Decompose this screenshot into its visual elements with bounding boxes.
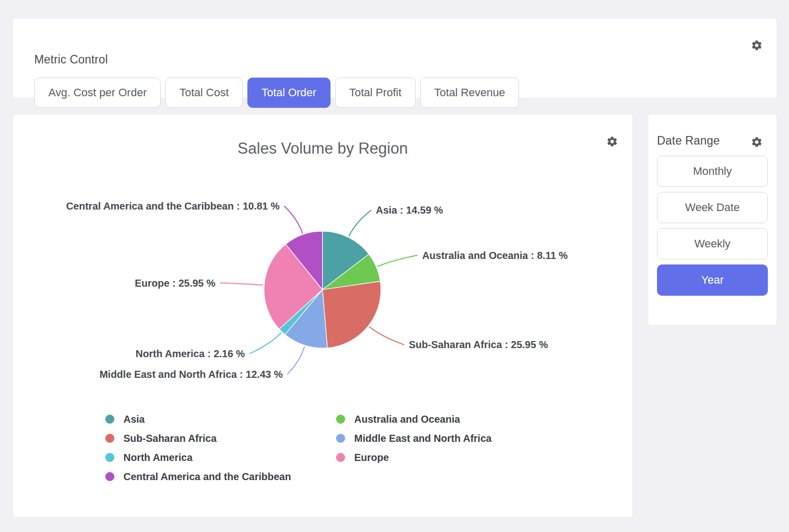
chart-legend: AsiaAustralia and OceaniaSub-Saharan Afr…: [105, 410, 492, 486]
legend-dot-icon: [105, 415, 114, 424]
metric-control-title: Metric Control: [34, 53, 108, 66]
metric-button-total-revenue[interactable]: Total Revenue: [420, 78, 519, 108]
metric-button-avg-cost-per-order[interactable]: Avg. Cost per Order: [34, 78, 161, 108]
metric-button-total-cost[interactable]: Total Cost: [165, 78, 243, 108]
pie-label-europe: Europe : 25.95 %: [135, 278, 215, 289]
pie-leader-line: [377, 255, 418, 267]
metric-control-settings-button[interactable]: [751, 39, 763, 51]
metric-button-total-profit[interactable]: Total Profit: [335, 78, 416, 108]
pie-label-middle-east-and-north-africa: Middle East and North Africa : 12.43 %: [99, 369, 283, 380]
date-range-button-week-date[interactable]: Week Date: [657, 192, 768, 223]
legend-item-north-america[interactable]: North America: [105, 448, 336, 467]
gear-icon: [751, 39, 763, 51]
legend-dot-icon: [336, 453, 345, 462]
legend-label: Asia: [123, 414, 145, 425]
legend-label: North America: [123, 452, 192, 463]
legend-dot-icon: [105, 453, 114, 462]
pie-leader-line: [287, 347, 304, 374]
legend-item-sub-saharan-africa[interactable]: Sub-Saharan Africa: [105, 429, 336, 448]
date-range-button-monthly[interactable]: Monthly: [657, 156, 768, 187]
gear-icon: [751, 136, 763, 148]
pie-leader-line: [220, 283, 264, 285]
pie-label-asia: Asia : 14.59 %: [376, 205, 443, 216]
legend-label: Sub-Saharan Africa: [123, 433, 217, 444]
date-range-settings-button[interactable]: [751, 136, 763, 148]
legend-item-asia[interactable]: Asia: [105, 410, 336, 429]
legend-dot-icon: [105, 472, 114, 481]
legend-item-australia-and-oceania[interactable]: Australia and Oceania: [336, 410, 492, 429]
legend-label: Central America and the Caribbean: [123, 471, 291, 483]
pie-label-north-america: North America : 2.16 %: [136, 348, 245, 359]
metric-button-total-order[interactable]: Total Order: [247, 78, 331, 108]
sales-volume-chart-panel: Sales Volume by Region Asia : 14.59 %Aus…: [13, 115, 632, 517]
legend-dot-icon: [336, 434, 345, 443]
pie-leader-line: [369, 326, 404, 345]
pie-label-australia-and-oceania: Australia and Oceania : 8.11 %: [422, 250, 568, 261]
pie-leader-line: [284, 206, 303, 234]
legend-label: Australia and Oceania: [354, 414, 460, 425]
pie-label-central-america-and-the-caribbean: Central America and the Caribbean : 10.8…: [66, 201, 280, 212]
legend-dot-icon: [336, 415, 345, 424]
date-range-button-year[interactable]: Year: [657, 264, 768, 296]
pie-leader-line: [249, 332, 281, 354]
date-range-button-group: MonthlyWeek DateWeeklyYear: [657, 156, 768, 296]
legend-dot-icon: [105, 434, 114, 443]
legend-item-middle-east-and-north-africa[interactable]: Middle East and North Africa: [336, 429, 492, 448]
metric-control-panel: Metric Control Avg. Cost per OrderTotal …: [13, 19, 776, 98]
legend-label: Middle East and North Africa: [354, 433, 492, 444]
date-range-button-weekly[interactable]: Weekly: [657, 228, 768, 259]
metric-button-group: Avg. Cost per OrderTotal CostTotal Order…: [34, 78, 519, 108]
pie-slice-sub-saharan-africa[interactable]: [322, 281, 381, 348]
pie-leader-line: [349, 210, 371, 236]
legend-item-europe[interactable]: Europe: [336, 448, 492, 467]
legend-label: Europe: [354, 452, 389, 463]
date-range-title: Date Range: [657, 134, 720, 148]
pie-label-sub-saharan-africa: Sub-Saharan Africa : 25.95 %: [409, 339, 548, 350]
legend-item-central-america-and-the-caribbean[interactable]: Central America and the Caribbean: [105, 467, 336, 486]
date-range-panel: Date Range MonthlyWeek DateWeeklyYear: [648, 115, 776, 325]
